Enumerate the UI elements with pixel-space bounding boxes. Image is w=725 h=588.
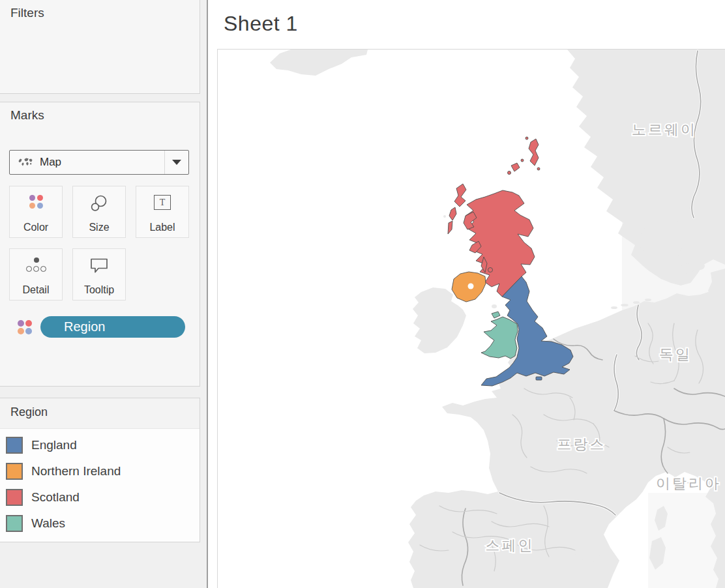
mark-type-value: Map: [40, 156, 61, 169]
color-legend-card: Region England Northern Ireland Scotland…: [0, 398, 200, 542]
legend-header: Region: [0, 398, 200, 429]
marks-title: Marks: [0, 102, 200, 123]
detail-button-label: Detail: [23, 285, 50, 295]
color-button[interactable]: Color: [9, 186, 63, 238]
legend-item-wales[interactable]: Wales: [0, 510, 200, 537]
mark-type-dropdown[interactable]: Map: [9, 150, 189, 175]
marks-card: Marks Map Col: [0, 102, 200, 387]
color-encoding-icon: [18, 320, 32, 334]
text-label-icon: T: [154, 195, 171, 210]
legend-item-england[interactable]: England: [0, 432, 200, 458]
region-scotland[interactable]: [448, 137, 540, 297]
region-northern-ireland[interactable]: [452, 272, 486, 302]
chevron-down-icon: [172, 160, 181, 165]
lough-neagh: [468, 284, 474, 289]
detail-dots-icon: [25, 257, 46, 274]
legend-label: Scotland: [31, 490, 80, 505]
legend-label: Northern Ireland: [31, 464, 121, 478]
pane-divider[interactable]: [207, 0, 208, 588]
france-label: 프랑스: [557, 436, 606, 452]
world-map-icon: [18, 157, 33, 168]
sheet-title: Sheet 1: [224, 12, 298, 36]
italy-label: 이탈리아: [656, 475, 721, 492]
wales-swatch: [6, 515, 23, 532]
legend-item-scotland[interactable]: Scotland: [0, 484, 200, 510]
legend-item-northern-ireland[interactable]: Northern Ireland: [0, 458, 200, 484]
color-button-label: Color: [23, 222, 48, 233]
legend-label: Wales: [31, 516, 65, 531]
england-swatch: [6, 437, 23, 454]
scotland-swatch: [6, 489, 23, 506]
map-view: 노르웨이 독일 프랑스 이탈리아 스페인: [217, 49, 725, 588]
mark-type-dropdown-arrow[interactable]: [164, 151, 188, 174]
spain-label: 스페인: [486, 537, 535, 553]
size-button-label: Size: [89, 222, 109, 233]
color-dots-icon: [29, 195, 43, 209]
detail-button[interactable]: Detail: [9, 248, 63, 301]
legend-title: Region: [0, 398, 200, 419]
europe-map: 노르웨이 독일 프랑스 이탈리아 스페인: [218, 50, 725, 588]
label-button-label: Label: [149, 222, 175, 233]
iceland-coast: [270, 50, 368, 76]
region-pill[interactable]: Region: [40, 316, 185, 338]
tooltip-bubble-icon: [89, 257, 109, 274]
filters-title: Filters: [0, 0, 200, 20]
sidebar: Filters Marks Map: [0, 0, 207, 588]
size-button[interactable]: Size: [72, 186, 126, 238]
label-button[interactable]: T Label: [136, 186, 189, 238]
germany-label: 독일: [659, 346, 692, 362]
tooltip-button-label: Tooltip: [84, 285, 114, 295]
isle-of-man: [492, 304, 497, 308]
legend-label: England: [31, 438, 77, 452]
legend-body: England Northern Ireland Scotland Wales: [0, 429, 200, 537]
size-circles-icon: [90, 195, 108, 212]
filters-card: Filters: [0, 0, 200, 94]
marks-pill-row: Region: [0, 316, 200, 338]
tooltip-button[interactable]: Tooltip: [72, 248, 126, 301]
norway-label: 노르웨이: [632, 121, 697, 138]
northern-ireland-swatch: [6, 463, 23, 480]
